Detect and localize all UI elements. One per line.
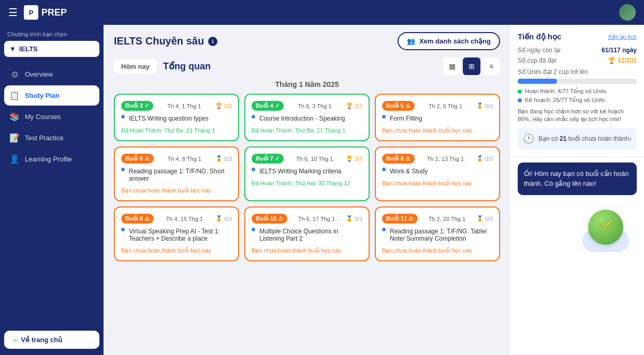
card-status: Đã Hoàn Thành: Thứ Ba, 21 Tháng 1	[121, 127, 232, 134]
trophy-icon: 🏆	[608, 57, 616, 64]
trophy-icon: 🏅	[215, 215, 223, 222]
card-header: Buổi 4 ✓ Th 6, 3 Thg 1 🏆 2/3	[252, 101, 362, 111]
topic-row: IELTS Writing Marking criteria	[252, 168, 362, 177]
card-trophy: 🏅 0/3	[215, 215, 232, 222]
sidebar-item-learning-profile[interactable]: 👤 Learning Profile	[4, 149, 99, 169]
session-badge: Buổi 11 ⚠	[382, 214, 418, 224]
logo: P PREP	[24, 5, 67, 20]
session-badge: Buổi 10 ⚠	[252, 214, 287, 224]
sidebar-item-label: Learning Profile	[25, 155, 72, 163]
card-trophy: 🏆 3/3	[346, 155, 362, 162]
card-status: Bạn chưa hoàn thành buổi học này	[252, 247, 362, 254]
chevron-right-icon: ›	[629, 135, 632, 143]
missed-sessions-banner[interactable]: 🕐 Bạn có 21 buổi chưa hoàn thành ›	[518, 128, 637, 150]
card-topic: IELTS Writing Marking criteria	[259, 168, 341, 175]
grid-view-button[interactable]: ⊞	[463, 57, 480, 75]
view-list-button[interactable]: 👥 Xem danh sách chặng	[398, 32, 500, 50]
sidebar-item-study-plan[interactable]: 📋 Study Plan	[4, 85, 99, 106]
sidebar: Chương trình bạn chọn ▼ IELTS ⊙ Overview…	[0, 25, 104, 355]
card-status: Bạn chưa hoàn thành buổi học này	[121, 187, 232, 194]
legend-planned: Kế hoạch: 26/77 Tổng số Units	[518, 97, 637, 103]
card-trophy: 🏆 3/3	[215, 102, 232, 109]
card-header: Buổi 3 ✓ Th 4, 1 Thg 1 🏆 3/3	[121, 101, 232, 111]
cups-value: 🏆 11/231	[608, 57, 637, 64]
logo-text: PREP	[41, 7, 67, 18]
trophy-icon: 🏆	[346, 102, 353, 109]
card-topic: Course Introduction - Speaking	[259, 115, 345, 122]
menu-icon[interactable]: ☰	[8, 6, 18, 19]
card-date: Th 2, 20 Thg 1	[429, 216, 465, 222]
back-home-button[interactable]: ← Về trang chủ	[4, 331, 99, 349]
reschedule-link[interactable]: Xếp lại lịch	[608, 34, 637, 40]
session-card-session-9[interactable]: Buổi 9 ⚠ Th 4, 15 Thg 1 🏅 0/3 Virtual Sp…	[114, 206, 239, 261]
session-card-session-7[interactable]: Buổi 7 ✓ Th 6, 10 Thg 1 🏆 3/3 IELTS Writ…	[244, 146, 370, 201]
info-icon[interactable]: i	[208, 37, 217, 46]
topic-row: Reading passage 1: T/F/NG, Table/ Note/ …	[382, 228, 493, 244]
sidebar-item-overview[interactable]: ⊙ Overview	[4, 64, 99, 84]
session-card-session-8[interactable]: Buổi 8 ⚠ Th 2, 13 Thg 1 🏅 0/3 Work & Stu…	[375, 146, 500, 201]
card-header: Buổi 10 ⚠ Th 6, 17 Thg 1 🏅 0/3	[252, 214, 362, 224]
trophy-icon: 🏅	[476, 102, 484, 109]
days-label: Số ngày còn lại	[518, 47, 561, 54]
my-courses-icon: 📚	[9, 112, 20, 122]
card-status: Đã Hoàn Thành: Thứ Hai, 30 Tháng 12	[252, 180, 362, 187]
program-selector[interactable]: ▼ IELTS	[4, 41, 99, 57]
card-topic: Reading passage 1: T/F/NG, Table/ Note/ …	[390, 228, 493, 242]
session-card-session-5[interactable]: Buổi 5 ⚠ Th 2, 6 Thg 1 🏅 0/3 Form Fillin…	[375, 94, 500, 141]
topic-row: Form Filling	[382, 115, 493, 124]
units-label: Số Units đạt 2 cúp trở lên	[518, 68, 637, 76]
topic-dot-icon	[121, 228, 125, 231]
mascot-icon: 🌱	[588, 210, 623, 245]
session-card-session-4[interactable]: Buổi 4 ✓ Th 6, 3 Thg 1 🏆 2/3 Course Intr…	[244, 94, 370, 141]
card-topic: Multiple Choice Questions in Listening P…	[259, 228, 362, 242]
trophy-icon: 🏅	[215, 155, 223, 162]
card-status: Bạn chưa hoàn thành buổi học này	[382, 247, 493, 254]
slow-notice: Bạn đang học chậm hơn so với kế hoạch 86…	[518, 108, 637, 124]
sidebar-item-test-practice[interactable]: 📝 Test Practice	[4, 128, 99, 148]
card-status: Đã Hoàn Thành: Thứ Ba, 21 Tháng 1	[252, 127, 362, 134]
card-topic: Form Filling	[390, 115, 422, 122]
progress-bar-plan	[518, 79, 557, 84]
topic-dot-icon	[252, 168, 255, 171]
topic-row: Multiple Choice Questions in Listening P…	[252, 228, 362, 244]
calendar-view-button[interactable]: ▦	[443, 57, 461, 75]
test-practice-icon: 📝	[9, 133, 20, 143]
session-card-session-10[interactable]: Buổi 10 ⚠ Th 6, 17 Thg 1 🏅 0/3 Multiple …	[244, 206, 370, 261]
trophy-icon: 🏅	[476, 215, 484, 222]
topic-dot-icon	[252, 115, 255, 119]
overview-label: Tổng quan	[163, 61, 211, 72]
session-badge: Buổi 3 ✓	[121, 101, 153, 111]
selected-program-label: IELTS	[19, 45, 38, 53]
progress-section: Tiến độ học Xếp lại lịch Số ngày còn lại…	[510, 25, 644, 157]
topic-row: Work & Study	[382, 168, 493, 177]
topic-dot-icon	[252, 228, 255, 231]
session-card-session-3[interactable]: Buổi 3 ✓ Th 4, 1 Thg 1 🏆 3/3 IELTS Writi…	[114, 94, 239, 141]
topic-row: Virtual Speaking Prep AI - Test 1: Teach…	[121, 228, 232, 244]
tabs-area: Hôm nay Tổng quan ▦ ⊞ ≡	[104, 57, 510, 80]
session-badge: Buổi 6 ⚠	[121, 154, 154, 164]
card-trophy: 🏆 2/3	[346, 102, 362, 109]
topic-dot-icon	[382, 115, 386, 119]
card-date: Th 2, 13 Thg 1	[427, 156, 464, 162]
session-card-session-6[interactable]: Buổi 6 ⚠ Th 4, 8 Thg 1 🏅 0/3 Reading pas…	[114, 146, 239, 201]
days-value: 61/117 ngày	[602, 47, 637, 54]
sidebar-item-label: My Courses	[25, 113, 61, 121]
sidebar-item-label: Overview	[25, 70, 53, 78]
legend-completed: Hoàn thành: 4/77 Tổng số Units	[518, 88, 637, 95]
sidebar-item-my-courses[interactable]: 📚 My Courses	[4, 107, 99, 127]
view-list-icon: 👥	[407, 37, 415, 45]
avatar[interactable]	[619, 4, 636, 21]
content-area: IELTS Chuyên sâu i 👥 Xem danh sách chặng…	[104, 25, 510, 355]
program-label: Chương trình bạn chọn	[4, 31, 99, 38]
mascot-wrapper: 🌱	[575, 205, 637, 252]
session-badge: Buổi 9 ⚠	[121, 214, 154, 224]
card-date: Th 4, 15 Thg 1	[166, 216, 203, 222]
card-date: Th 4, 1 Thg 1	[167, 103, 201, 109]
today-button[interactable]: Hôm nay	[114, 59, 157, 74]
session-card-session-11[interactable]: Buổi 11 ⚠ Th 2, 20 Thg 1 🏅 0/3 Reading p…	[375, 206, 500, 261]
arrow-down-icon: ▼	[9, 45, 16, 53]
learning-profile-icon: 👤	[9, 154, 20, 164]
list-view-button[interactable]: ≡	[482, 57, 500, 75]
card-topic: Virtual Speaking Prep AI - Test 1: Teach…	[129, 228, 232, 242]
motivation-text: Ối! Hôm nay bạn có buổi cần hoàn thành. …	[524, 170, 628, 188]
